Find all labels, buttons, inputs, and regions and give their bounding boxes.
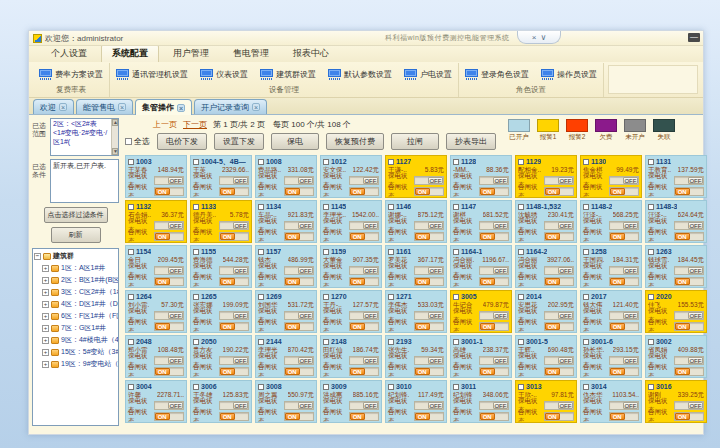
on-button[interactable]: ON <box>220 278 235 285</box>
off-button[interactable]: OFF <box>623 357 638 364</box>
protect-toggle[interactable]: OFF <box>674 356 704 365</box>
meter-card-1008[interactable]: 1008费品路..331.08元保电状态OFF合闸状态ON <box>255 155 317 198</box>
on-button[interactable]: ON <box>675 413 690 420</box>
on-button[interactable]: ON <box>155 278 170 285</box>
on-button[interactable]: ON <box>610 323 625 330</box>
off-button[interactable]: OFF <box>233 402 248 409</box>
on-button[interactable]: ON <box>220 323 235 330</box>
protect-toggle[interactable]: OFF <box>414 356 444 365</box>
card-checkbox[interactable] <box>648 339 654 345</box>
on-button[interactable]: ON <box>480 368 495 375</box>
off-button[interactable]: OFF <box>688 267 703 274</box>
gate-toggle[interactable]: ON <box>349 412 379 421</box>
card-checkbox[interactable] <box>258 249 264 255</box>
meter-card-1148-2[interactable]: 1148-2汪泽-..568.25元保电状态OFF合闸状态ON <box>580 200 642 243</box>
card-checkbox[interactable] <box>128 159 134 165</box>
gate-toggle[interactable]: ON <box>284 187 314 196</box>
on-button[interactable]: ON <box>350 188 365 195</box>
card-checkbox[interactable] <box>323 339 329 345</box>
gate-toggle[interactable]: ON <box>674 367 704 376</box>
protect-toggle[interactable]: OFF <box>479 356 509 365</box>
protect-toggle[interactable]: OFF <box>154 311 184 320</box>
card-checkbox[interactable] <box>323 384 329 390</box>
ribbon-button-建筑群设置[interactable]: 建筑群设置 <box>258 67 318 82</box>
protect-toggle[interactable]: OFF <box>349 221 379 230</box>
card-checkbox[interactable] <box>583 249 589 255</box>
card-checkbox[interactable] <box>648 249 654 255</box>
off-button[interactable]: OFF <box>233 267 248 274</box>
off-button[interactable]: OFF <box>688 222 703 229</box>
tree-node[interactable]: +2区：B区1#井(B区1# <box>42 275 117 285</box>
card-checkbox[interactable] <box>518 294 524 300</box>
off-button[interactable]: OFF <box>493 177 508 184</box>
on-button[interactable]: ON <box>610 188 625 195</box>
gate-toggle[interactable]: ON <box>219 367 249 376</box>
off-button[interactable]: OFF <box>168 402 183 409</box>
expand-node-icon[interactable]: + <box>42 361 49 368</box>
gate-toggle[interactable]: ON <box>284 412 314 421</box>
meter-card-1164-2[interactable]: 1164-2冯合丽3927.06..保电状态OFF合闸状态ON <box>515 245 577 288</box>
card-checkbox[interactable] <box>518 339 524 345</box>
protect-toggle[interactable]: OFF <box>674 221 704 230</box>
menu-item-售电管理[interactable]: 售电管理 <box>223 45 279 62</box>
meter-card-2014[interactable]: 2014安思花202.95元保电状态OFF合闸状态ON <box>515 290 577 333</box>
gate-toggle[interactable]: ON <box>479 232 509 241</box>
meter-card-2048[interactable]: 2048郑小雷108.48元保电状态OFF合闸状态ON <box>125 335 187 378</box>
gate-toggle[interactable]: ON <box>414 367 444 376</box>
card-checkbox[interactable] <box>583 204 589 210</box>
gate-toggle[interactable]: ON <box>609 277 639 286</box>
tree-node[interactable]: +6区：F区1#井（F区1# <box>42 311 117 321</box>
on-button[interactable]: ON <box>415 233 430 240</box>
minimize-button[interactable]: — <box>688 33 700 42</box>
on-button[interactable]: ON <box>545 323 560 330</box>
off-button[interactable]: OFF <box>233 177 248 184</box>
on-button[interactable]: ON <box>285 278 300 285</box>
gate-toggle[interactable]: ON <box>609 232 639 241</box>
gate-toggle[interactable]: ON <box>609 412 639 421</box>
card-checkbox[interactable] <box>453 384 459 390</box>
card-checkbox[interactable] <box>258 294 264 300</box>
meter-card-1134[interactable]: 1134车品-..921.83元保电状态OFF合闸状态ON <box>255 200 317 243</box>
off-button[interactable]: OFF <box>558 267 573 274</box>
card-checkbox[interactable] <box>323 249 329 255</box>
protect-toggle[interactable]: OFF <box>219 176 249 185</box>
off-button[interactable]: OFF <box>298 177 313 184</box>
card-checkbox[interactable] <box>193 294 199 300</box>
card-checkbox[interactable] <box>453 249 459 255</box>
meter-card-3004[interactable]: 3004许馨2278.71..保电状态OFF合闸状态ON <box>125 380 187 423</box>
meter-card-3008[interactable]: 3008周之翼550.97元保电状态OFF合闸状态ON <box>255 380 317 423</box>
expand-node-icon[interactable]: + <box>42 265 49 272</box>
gate-toggle[interactable]: ON <box>284 367 314 376</box>
expand-node-icon[interactable]: + <box>42 325 49 332</box>
meter-card-2050[interactable]: 2050贵方友190.22元保电状态OFF合闸状态ON <box>190 335 252 378</box>
on-button[interactable]: ON <box>350 323 365 330</box>
card-checkbox[interactable] <box>648 384 654 390</box>
tab-欢迎[interactable]: 欢迎× <box>33 99 74 114</box>
off-button[interactable]: OFF <box>298 402 313 409</box>
meter-card-2144[interactable]: 2144李理光870.42元保电状态OFF合闸状态ON <box>255 335 317 378</box>
tab-close-icon[interactable]: × <box>252 103 260 111</box>
menu-item-个人设置[interactable]: 个人设置 <box>41 45 97 62</box>
meter-card-1161[interactable]: 1161罗美花367.17元保电状态OFF合闸状态ON <box>385 245 447 288</box>
gate-toggle[interactable]: ON <box>544 322 574 331</box>
meter-card-2148[interactable]: 2148田红仙186.74元保电状态OFF合闸状态ON <box>320 335 382 378</box>
protect-toggle[interactable]: OFF <box>154 176 184 185</box>
card-checkbox[interactable] <box>323 294 329 300</box>
protect-toggle[interactable]: OFF <box>219 221 249 230</box>
tree-node[interactable]: +19区：9#变电站（2# <box>42 359 117 369</box>
gate-toggle[interactable]: ON <box>414 277 444 286</box>
off-button[interactable]: OFF <box>298 357 313 364</box>
gate-toggle[interactable]: ON <box>674 277 704 286</box>
protect-toggle[interactable]: OFF <box>349 176 379 185</box>
card-checkbox[interactable] <box>193 249 199 255</box>
protect-toggle[interactable]: OFF <box>154 221 184 230</box>
ribbon-button-户电设置[interactable]: 户电设置 <box>402 67 454 82</box>
refresh-button[interactable]: 刷新 <box>51 227 101 243</box>
protect-toggle[interactable]: OFF <box>609 221 639 230</box>
on-button[interactable]: ON <box>415 413 430 420</box>
protect-toggle[interactable]: OFF <box>479 266 509 275</box>
meter-card-1263[interactable]: 1263钱球雪.184.45元保电状态OFF合闸状态ON <box>645 245 707 288</box>
on-button[interactable]: ON <box>480 413 495 420</box>
card-checkbox[interactable] <box>128 249 134 255</box>
on-button[interactable]: ON <box>285 413 300 420</box>
